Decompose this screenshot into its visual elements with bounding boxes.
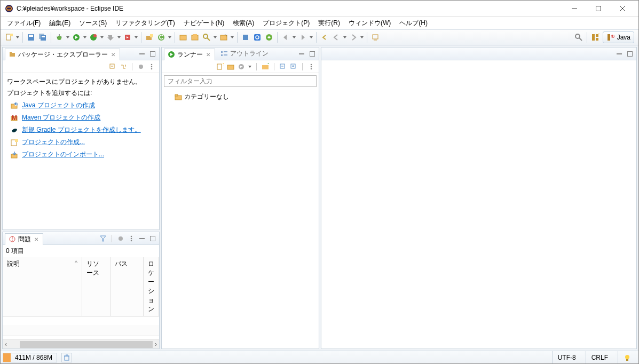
minimize-button[interactable] — [562, 1, 586, 16]
pin-editor-icon[interactable] — [370, 32, 381, 43]
problems-tab[interactable]: ! 問題 ✕ — [5, 233, 43, 245]
open-task-icon[interactable] — [190, 32, 200, 43]
link-java-project[interactable]: J Java プロジェクトの作成 — [10, 101, 155, 110]
chevron-down-icon[interactable] — [168, 32, 172, 43]
tip-icon[interactable] — [618, 351, 636, 363]
next-annotation-icon[interactable] — [297, 32, 308, 43]
close-icon[interactable]: ✕ — [110, 51, 116, 58]
maximize-view-icon[interactable] — [308, 50, 317, 58]
chevron-down-icon[interactable] — [100, 32, 104, 43]
menu-file[interactable]: ファイル(F) — [3, 18, 45, 29]
menu-run[interactable]: 実行(R) — [314, 18, 344, 29]
quick-access-icon[interactable] — [573, 32, 584, 43]
col-location[interactable]: ロケーション — [144, 257, 159, 316]
close-icon[interactable]: ✕ — [205, 51, 211, 58]
open-type-icon[interactable] — [178, 32, 188, 43]
chevron-down-icon[interactable] — [134, 32, 138, 43]
run-last-icon[interactable] — [105, 32, 116, 43]
new-class-icon[interactable]: C — [156, 32, 167, 43]
minimize-view-icon[interactable] — [138, 50, 146, 58]
open-perspective-icon[interactable]: + — [590, 32, 601, 43]
filter-icon[interactable] — [99, 234, 107, 243]
link-label[interactable]: Maven プロジェクトの作成 — [22, 113, 100, 122]
chevron-down-icon[interactable] — [213, 32, 217, 43]
link-label[interactable]: プロジェクトの作成... — [22, 138, 85, 147]
spring-icon[interactable] — [264, 32, 274, 43]
chevron-down-icon[interactable] — [248, 61, 252, 72]
maximize-view-icon[interactable] — [626, 50, 634, 58]
filter-input[interactable] — [164, 75, 317, 87]
chevron-down-icon[interactable] — [66, 32, 70, 43]
chevron-down-icon[interactable] — [309, 32, 313, 43]
menu-source[interactable]: ソース(S) — [75, 18, 111, 29]
view-menu-icon[interactable] — [147, 62, 156, 71]
view-menu-icon[interactable] — [307, 62, 315, 71]
minimize-view-icon[interactable] — [297, 50, 306, 58]
scrollbar-thumb[interactable] — [20, 341, 153, 348]
maximize-button[interactable] — [586, 1, 610, 16]
menu-project[interactable]: プロジェクト(P) — [258, 18, 314, 29]
save-icon[interactable] — [26, 32, 36, 43]
status-encoding[interactable]: UTF-8 — [552, 351, 581, 363]
expand-all-icon[interactable] — [289, 62, 298, 71]
run-default-icon[interactable] — [237, 62, 246, 71]
coverage-icon[interactable] — [88, 32, 99, 43]
minimize-view-icon[interactable] — [615, 50, 624, 58]
chevron-down-icon[interactable] — [15, 32, 20, 43]
history-forward-icon[interactable] — [348, 32, 359, 43]
maximize-view-icon[interactable] — [148, 50, 157, 58]
prev-annotation-icon[interactable] — [280, 32, 291, 43]
open-folder-icon[interactable] — [226, 62, 235, 71]
link-import-project[interactable]: プロジェクトのインポート... — [10, 150, 155, 159]
horizontal-scrollbar[interactable]: ‹ › — [3, 339, 159, 349]
col-description[interactable]: 説明^ — [3, 257, 82, 316]
package-explorer-tab[interactable]: パッケージ・エクスプローラー ✕ — [5, 49, 120, 60]
collapse-all-icon[interactable] — [108, 62, 117, 71]
menu-help[interactable]: ヘルプ(H) — [395, 18, 432, 29]
gear-icon[interactable] — [252, 32, 263, 43]
toggle-mark-icon[interactable] — [240, 32, 251, 43]
new-icon[interactable] — [4, 32, 14, 43]
link-label[interactable]: 新規 Gradle プロジェクトを作成します。 — [22, 125, 141, 134]
chevron-down-icon[interactable] — [343, 32, 347, 43]
link-maven-project[interactable]: M Maven プロジェクトの作成 — [10, 113, 155, 122]
link-label[interactable]: プロジェクトのインポート... — [22, 150, 104, 159]
status-line-ending[interactable]: CRLF — [586, 351, 613, 363]
link-new-project[interactable]: プロジェクトの作成... — [10, 138, 155, 147]
external-tools-icon[interactable] — [122, 32, 133, 43]
chevron-down-icon[interactable] — [360, 32, 364, 43]
search-icon[interactable] — [201, 32, 212, 43]
menu-refactor[interactable]: リファクタリング(T) — [111, 18, 179, 29]
debug-icon[interactable] — [54, 32, 65, 43]
runner-tab[interactable]: ランナー ✕ — [164, 49, 215, 60]
chevron-down-icon[interactable] — [230, 32, 234, 43]
focus-icon[interactable] — [116, 234, 125, 243]
col-resource[interactable]: リソース — [82, 257, 110, 316]
col-path[interactable]: パス — [111, 257, 144, 316]
maximize-view-icon[interactable] — [148, 234, 157, 243]
java-perspective-button[interactable]: J Java — [603, 31, 634, 43]
new-launch-icon[interactable]: ★ — [216, 62, 224, 71]
menu-navigate[interactable]: ナビゲート(N) — [179, 18, 229, 29]
chevron-down-icon[interactable] — [117, 32, 121, 43]
run-icon[interactable] — [71, 32, 82, 43]
chevron-down-icon[interactable] — [292, 32, 296, 43]
link-gradle-project[interactable]: 新規 Gradle プロジェクトを作成します。 — [10, 125, 155, 134]
focus-icon[interactable] — [137, 62, 145, 71]
tree-item-no-category[interactable]: カテゴリーなし — [166, 91, 314, 102]
back-icon[interactable] — [319, 32, 330, 43]
view-menu-icon[interactable] — [127, 234, 136, 243]
link-label[interactable]: Java プロジェクトの作成 — [22, 101, 95, 110]
menu-search[interactable]: 検索(A) — [228, 18, 258, 29]
minimize-view-icon[interactable] — [138, 234, 146, 243]
add-category-icon[interactable]: + — [261, 62, 270, 71]
history-back-icon[interactable] — [331, 32, 342, 43]
save-all-icon[interactable] — [37, 32, 48, 43]
link-editor-icon[interactable] — [119, 62, 128, 71]
collapse-all-icon[interactable] — [279, 62, 287, 71]
close-icon[interactable]: ✕ — [33, 236, 40, 242]
chevron-down-icon[interactable] — [83, 32, 87, 43]
new-package-icon[interactable] — [144, 32, 155, 43]
heap-status[interactable]: 411M / 868M — [3, 353, 57, 362]
trash-icon[interactable] — [61, 353, 72, 362]
